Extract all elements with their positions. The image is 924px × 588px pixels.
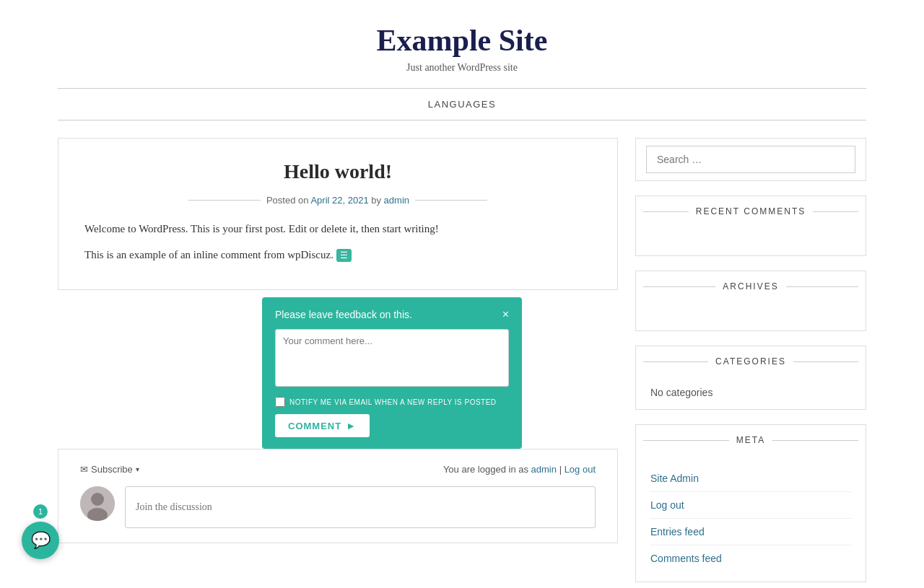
feedback-popup-area: Please leave feedback on this. × NOTIFY … bbox=[166, 297, 618, 449]
meta-list-item: Site Admin bbox=[650, 465, 851, 492]
feedback-submit-arrow-icon: ► bbox=[346, 420, 357, 431]
feedback-notify-checkbox[interactable] bbox=[275, 397, 285, 407]
meta-list: Site AdminLog outEntries feedComments fe… bbox=[650, 465, 851, 571]
sidebar-meta-body: Site AdminLog outEntries feedComments fe… bbox=[636, 455, 866, 582]
logged-in-text: You are logged in as bbox=[443, 464, 528, 475]
sidebar-categories-body: No categories bbox=[636, 377, 866, 409]
feedback-popup-title: Please leave feedback on this. bbox=[275, 309, 412, 320]
meta-list-item: Log out bbox=[650, 492, 851, 519]
sidebar-search-widget bbox=[635, 138, 866, 181]
meta-list-link[interactable]: Site Admin bbox=[650, 473, 699, 484]
comments-section: ✉ Subscribe ▾ You are logged in as admin… bbox=[58, 449, 618, 543]
logged-in-info: You are logged in as admin | Log out bbox=[443, 464, 596, 475]
post-paragraph-1: Welcome to WordPress. This is your first… bbox=[84, 220, 591, 237]
avatar bbox=[80, 486, 115, 521]
sidebar-categories-widget: CATEGORIES No categories bbox=[635, 346, 866, 410]
logout-link[interactable]: Log out bbox=[565, 464, 596, 475]
nav-languages-label: LANGUAGES bbox=[428, 99, 496, 110]
post-meta-line-left bbox=[188, 200, 261, 201]
feedback-popup: Please leave feedback on this. × NOTIFY … bbox=[262, 297, 522, 449]
content-area: Hello world! Posted on April 22, 2021 by… bbox=[58, 138, 618, 588]
logged-in-separator: | bbox=[559, 464, 565, 475]
feedback-checkbox-label: NOTIFY ME VIA EMAIL WHEN A NEW REPLY IS … bbox=[289, 398, 497, 406]
post-author-link[interactable]: admin bbox=[384, 195, 409, 206]
discussion-input[interactable] bbox=[125, 486, 596, 528]
sidebar-categories-title: CATEGORIES bbox=[636, 346, 866, 377]
sidebar-recent-comments-widget: RECENT COMMENTS bbox=[635, 196, 866, 256]
sidebar-recent-comments-title: RECENT COMMENTS bbox=[636, 196, 866, 227]
site-tagline: Just another WordPress site bbox=[14, 62, 910, 74]
site-nav[interactable]: LANGUAGES bbox=[58, 88, 866, 120]
svg-point-1 bbox=[91, 493, 104, 506]
avatar-svg bbox=[80, 486, 115, 521]
search-input[interactable] bbox=[646, 146, 855, 173]
meta-list-item: Comments feed bbox=[650, 545, 851, 571]
post-content: Welcome to WordPress. This is your first… bbox=[84, 220, 591, 263]
post-date-link[interactable]: April 22, 2021 bbox=[310, 195, 368, 206]
sidebar-meta-title: META bbox=[636, 425, 866, 455]
feedback-submit-button[interactable]: COMMENT ► bbox=[275, 414, 370, 437]
subscribe-label: Subscribe bbox=[91, 464, 133, 475]
inline-comment-text: This is an example of an inline comment … bbox=[84, 249, 334, 260]
fab-chat-icon: 💬 bbox=[31, 531, 51, 550]
fab-button[interactable]: 💬 bbox=[22, 522, 59, 559]
meta-list-link[interactable]: Comments feed bbox=[650, 553, 722, 564]
feedback-textarea[interactable] bbox=[275, 329, 509, 387]
site-header: Example Site Just another WordPress site bbox=[0, 0, 924, 88]
meta-list-link[interactable]: Log out bbox=[650, 499, 684, 511]
inline-comment-icon[interactable]: ☰ bbox=[336, 249, 352, 262]
post-meta-line-right bbox=[415, 200, 487, 201]
logged-in-user-link[interactable]: admin bbox=[531, 464, 557, 475]
sidebar-archives-body bbox=[636, 302, 866, 330]
meta-list-link[interactable]: Entries feed bbox=[650, 526, 705, 537]
feedback-submit-label: COMMENT bbox=[288, 421, 341, 431]
email-icon: ✉ bbox=[80, 464, 88, 475]
post-paragraph-2: This is an example of an inline comment … bbox=[84, 246, 591, 263]
subscribe-button[interactable]: ✉ Subscribe ▾ bbox=[80, 464, 139, 475]
sidebar-archives-title: ARCHIVES bbox=[636, 271, 866, 302]
feedback-close-button[interactable]: × bbox=[502, 309, 509, 320]
site-title: Example Site bbox=[14, 23, 910, 58]
no-categories-text: No categories bbox=[650, 387, 712, 398]
subscribe-dropdown-icon: ▾ bbox=[136, 465, 139, 473]
post-card: Hello world! Posted on April 22, 2021 by… bbox=[58, 138, 618, 290]
sidebar-meta-widget: META Site AdminLog outEntries feedCommen… bbox=[635, 424, 866, 582]
sidebar-archives-widget: ARCHIVES bbox=[635, 271, 866, 331]
discussion-row bbox=[80, 486, 596, 528]
post-title: Hello world! bbox=[84, 160, 591, 183]
fab-wrap: 1 💬 bbox=[22, 504, 59, 559]
sidebar-recent-comments-body bbox=[636, 227, 866, 255]
comments-footer: ✉ Subscribe ▾ You are logged in as admin… bbox=[80, 464, 596, 475]
feedback-checkbox-row: NOTIFY ME VIA EMAIL WHEN A NEW REPLY IS … bbox=[275, 397, 509, 407]
meta-list-item: Entries feed bbox=[650, 519, 851, 545]
sidebar: RECENT COMMENTS ARCHIVES CATEGORIES No c… bbox=[635, 138, 866, 588]
feedback-popup-header: Please leave feedback on this. × bbox=[275, 309, 509, 320]
main-wrap: Hello world! Posted on April 22, 2021 by… bbox=[0, 120, 924, 588]
fab-badge: 1 bbox=[33, 504, 48, 519]
post-meta: Posted on April 22, 2021 by admin bbox=[84, 195, 591, 206]
post-meta-text: Posted on April 22, 2021 by admin bbox=[266, 195, 409, 206]
